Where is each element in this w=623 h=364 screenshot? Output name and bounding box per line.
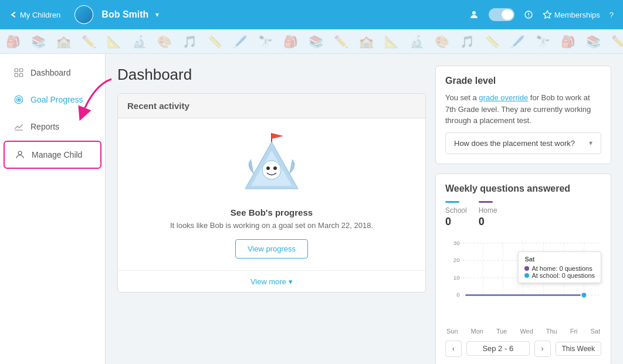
svg-text:0: 0 xyxy=(456,291,460,298)
chart-tooltip: Sat At home: 0 questions At school: 0 qu… xyxy=(518,251,601,283)
deco-icon-8: 🎵 xyxy=(182,33,197,50)
sidebar-item-manage-child[interactable]: Manage Child xyxy=(4,141,101,169)
svg-rect-2 xyxy=(15,69,18,72)
sidebar-item-dashboard[interactable]: Dashboard xyxy=(4,60,101,86)
view-more-link[interactable]: View more ▾ xyxy=(250,277,293,286)
help-btn[interactable]: ? xyxy=(610,11,614,19)
x-label-sat: Sat xyxy=(590,328,600,335)
recent-activity-body: See Bob's progress It looks like Bob is … xyxy=(118,118,425,270)
svg-point-10 xyxy=(18,151,22,155)
deco-icon-17: 🔬 xyxy=(409,33,424,50)
svg-text:20: 20 xyxy=(453,257,460,263)
accordion-header[interactable]: How does the placement test work? ▾ xyxy=(446,133,601,154)
x-label-tue: Tue xyxy=(496,328,507,335)
deco-icon-18: 🎨 xyxy=(435,33,449,50)
memberships-btn[interactable]: Memberships xyxy=(543,10,600,19)
svg-point-15 xyxy=(262,161,281,179)
week-range-label: Sep 2 - 6 xyxy=(466,341,530,356)
x-label-fri: Fri xyxy=(570,328,578,335)
back-button[interactable]: My Children xyxy=(9,11,60,19)
school-count: 0 xyxy=(445,216,467,228)
card-subtitle: See Bob's progress xyxy=(130,207,414,217)
grade-level-card: Grade level You set a grade override for… xyxy=(435,66,611,164)
this-week-button[interactable]: This Week xyxy=(556,342,601,356)
deco-icon-10: 🖊️ xyxy=(233,33,248,50)
deco-icon-21: 🖊️ xyxy=(510,33,525,50)
svg-text:10: 10 xyxy=(453,274,460,280)
deco-icon-9: 📏 xyxy=(208,33,222,50)
header-right: Memberships ? xyxy=(469,8,614,21)
svg-text:30: 30 xyxy=(453,239,460,246)
deco-icon-1: 🎒 xyxy=(6,33,21,50)
home-label: Home xyxy=(479,206,497,215)
page-title: Dashboard xyxy=(117,66,426,84)
svg-point-17 xyxy=(273,166,277,170)
school-label: School xyxy=(445,206,467,215)
card-desc: It looks like Bob is working on a goal s… xyxy=(130,221,414,230)
prev-week-button[interactable]: ‹ xyxy=(445,341,462,357)
svg-marker-14 xyxy=(272,133,283,139)
mascot-illustration xyxy=(236,130,307,200)
manage-icon xyxy=(14,149,26,161)
recent-activity-card: Recent activity xyxy=(117,93,426,292)
tooltip-home-dot xyxy=(524,266,529,271)
reports-icon xyxy=(13,121,25,132)
content-area: Dashboard Recent activity xyxy=(106,54,623,364)
deco-icon-2: 📚 xyxy=(31,33,46,50)
deco-icon-3: 🏫 xyxy=(56,33,71,50)
chart-x-labels: Sun Mon Tue Wed Thu Fri Sat xyxy=(445,328,601,335)
header-left: My Children Bob Smith ▾ xyxy=(9,5,159,24)
back-label: My Children xyxy=(20,11,60,19)
deco-icon-25: ✏️ xyxy=(611,33,623,50)
account-icon-btn[interactable] xyxy=(524,10,533,19)
weekly-title: Weekly questions answered xyxy=(445,183,601,194)
toggle-inner xyxy=(502,9,513,20)
header: My Children Bob Smith ▾ Memberships xyxy=(0,0,623,29)
toggle-switch[interactable] xyxy=(489,8,514,21)
x-label-mon: Mon xyxy=(471,328,483,335)
svg-rect-3 xyxy=(20,69,23,72)
help-label: ? xyxy=(610,11,614,19)
accordion-placement-test: How does the placement test work? ▾ xyxy=(445,132,601,154)
user-icon-btn[interactable] xyxy=(469,9,479,20)
username-caret[interactable]: ▾ xyxy=(155,11,159,19)
avatar xyxy=(75,5,93,24)
sidebar-label-reports: Reports xyxy=(31,122,59,131)
svg-point-16 xyxy=(266,166,270,170)
deco-icon-4: ✏️ xyxy=(82,33,96,50)
deco-strip: 🎒 📚 🏫 ✏️ 📐 🔬 🎨 🎵 📏 🖊️ 🔭 🎒 📚 ✏️ 🏫 📐 🔬 🎨 🎵… xyxy=(0,29,623,54)
deco-icon-7: 🎨 xyxy=(157,33,172,50)
recent-activity-header: Recent activity xyxy=(118,94,425,118)
grade-level-text: You set a grade override for Bob to work… xyxy=(445,92,601,127)
content-left: Dashboard Recent activity xyxy=(117,66,426,352)
sidebar: Dashboard Goal Progress xyxy=(0,54,106,364)
deco-icon-19: 🎵 xyxy=(460,33,475,50)
grade-override-link[interactable]: grade override xyxy=(479,93,528,102)
view-progress-button[interactable]: View progress xyxy=(235,239,308,258)
deco-icon-20: 📏 xyxy=(485,33,500,50)
memberships-label: Memberships xyxy=(554,11,600,19)
x-label-sun: Sun xyxy=(446,328,458,335)
username[interactable]: Bob Smith xyxy=(101,9,148,20)
deco-icon-6: 🔬 xyxy=(132,33,147,50)
sidebar-item-reports[interactable]: Reports xyxy=(4,114,101,140)
dashboard-icon xyxy=(13,67,25,79)
next-week-button[interactable]: › xyxy=(534,341,551,357)
tooltip-school-dot xyxy=(524,273,529,278)
weekly-questions-card: Weekly questions answered School 0 Home … xyxy=(435,174,611,365)
deco-icon-12: 🎒 xyxy=(283,33,298,50)
card-footer: View more ▾ xyxy=(118,270,425,292)
x-label-thu: Thu xyxy=(546,328,557,335)
content-right: Grade level You set a grade override for… xyxy=(435,66,611,352)
deco-icon-11: 🔭 xyxy=(258,33,273,50)
svg-point-8 xyxy=(18,99,20,101)
tooltip-home-text: At home: 0 questions xyxy=(531,265,592,272)
weekly-legend: School 0 Home 0 xyxy=(445,201,601,228)
deco-icon-22: 🔭 xyxy=(536,33,550,50)
svg-point-0 xyxy=(472,11,476,15)
chart-container: 30 20 10 0 xyxy=(445,234,601,328)
grade-text-before: You set a xyxy=(445,93,479,102)
sidebar-item-goal-progress[interactable]: Goal Progress xyxy=(4,87,101,113)
x-label-wed: Wed xyxy=(520,328,533,335)
accordion-caret-icon: ▾ xyxy=(589,139,592,147)
